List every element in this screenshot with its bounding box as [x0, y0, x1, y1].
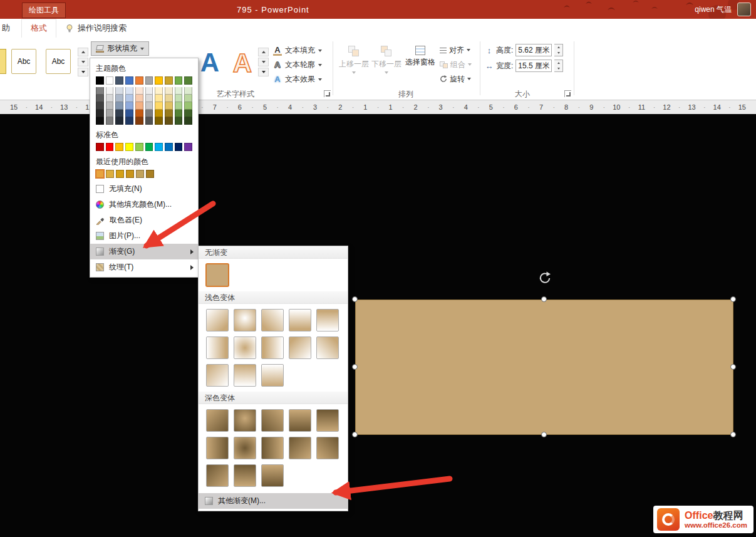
gallery-more-button[interactable]	[258, 68, 269, 76]
account-user-name[interactable]: qiwen 气温	[695, 4, 732, 15]
recent-color-swatch[interactable]	[146, 170, 154, 178]
theme-shade-swatch[interactable]	[175, 102, 183, 110]
standard-color-swatch[interactable]	[106, 143, 114, 151]
menu-item-more-gradients[interactable]: 其他渐变(M)...	[199, 493, 348, 509]
light-gradient-swatch[interactable]	[206, 309, 229, 331]
align-button[interactable]: 对齐	[440, 44, 480, 56]
height-spinner[interactable]	[554, 44, 563, 56]
theme-shade-swatch[interactable]	[135, 110, 143, 117]
theme-shade-swatch[interactable]	[96, 95, 104, 102]
shape-style-gallery-item[interactable]: Abc	[46, 49, 71, 74]
light-gradient-swatch[interactable]	[316, 309, 339, 331]
selection-pane-button[interactable]: 选择窗格	[405, 43, 436, 86]
contextual-tab-drawing-tools[interactable]: 绘图工具	[22, 3, 66, 18]
theme-shade-swatch[interactable]	[175, 95, 183, 102]
resize-handle-top-right[interactable]	[730, 296, 736, 302]
height-input[interactable]	[515, 44, 552, 56]
theme-shade-swatch[interactable]	[155, 87, 163, 95]
theme-shade-swatch[interactable]	[155, 110, 163, 117]
menu-item-gradient[interactable]: 渐变(G)	[90, 244, 198, 259]
theme-shade-swatch[interactable]	[135, 102, 143, 110]
dark-gradient-swatch[interactable]	[289, 409, 311, 432]
standard-color-swatch[interactable]	[184, 143, 192, 151]
theme-color-swatch[interactable]	[115, 76, 123, 85]
theme-shade-swatch[interactable]	[135, 117, 143, 125]
theme-color-swatch[interactable]	[165, 76, 173, 85]
theme-shade-swatch[interactable]	[96, 117, 104, 125]
dark-gradient-swatch[interactable]	[234, 464, 256, 487]
theme-shade-swatch[interactable]	[145, 87, 153, 95]
dark-gradient-swatch[interactable]	[234, 409, 256, 432]
spin-up-icon[interactable]	[554, 44, 562, 50]
theme-shade-swatch[interactable]	[115, 102, 123, 110]
theme-shade-swatch[interactable]	[184, 110, 192, 117]
theme-shade-swatch[interactable]	[96, 110, 104, 117]
theme-shade-swatch[interactable]	[155, 117, 163, 125]
theme-color-swatch[interactable]	[96, 76, 104, 85]
recent-color-swatch[interactable]	[126, 170, 134, 178]
gallery-scroll-down-button[interactable]	[258, 58, 269, 66]
standard-color-swatch[interactable]	[96, 143, 104, 151]
theme-shade-swatch[interactable]	[125, 87, 133, 95]
theme-shade-swatch[interactable]	[175, 117, 183, 125]
theme-shade-swatch[interactable]	[125, 95, 133, 102]
no-gradient-swatch[interactable]	[206, 264, 229, 286]
theme-shade-swatch[interactable]	[184, 102, 192, 110]
theme-shade-swatch[interactable]	[175, 87, 183, 95]
light-gradient-swatch[interactable]	[289, 309, 311, 331]
dark-gradient-swatch[interactable]	[206, 409, 229, 432]
theme-color-swatch[interactable]	[125, 76, 133, 85]
dark-gradient-swatch[interactable]	[261, 464, 284, 487]
standard-color-swatch[interactable]	[135, 143, 143, 151]
light-gradient-swatch[interactable]	[206, 336, 229, 359]
gallery-scroll-up-button[interactable]	[78, 48, 88, 56]
text-fill-button[interactable]: A 文本填充	[273, 44, 322, 57]
theme-shade-swatch[interactable]	[96, 87, 104, 95]
theme-shade-swatch[interactable]	[184, 95, 192, 102]
spin-down-icon[interactable]	[554, 50, 562, 56]
theme-shade-swatch[interactable]	[145, 117, 153, 125]
theme-shade-swatch[interactable]	[155, 95, 163, 102]
spin-down-icon[interactable]	[554, 66, 562, 71]
standard-color-swatch[interactable]	[115, 143, 123, 151]
recent-color-swatch[interactable]	[96, 170, 104, 178]
theme-color-swatch[interactable]	[175, 76, 183, 85]
light-gradient-swatch[interactable]	[261, 309, 284, 331]
light-gradient-swatch[interactable]	[234, 336, 256, 359]
tab-format[interactable]: 格式	[21, 19, 56, 38]
light-gradient-swatch[interactable]	[316, 336, 339, 359]
dark-gradient-swatch[interactable]	[261, 409, 284, 432]
menu-item-no-fill[interactable]: 无填充(N)	[90, 181, 198, 197]
light-gradient-swatch[interactable]	[206, 364, 229, 387]
send-backward-button[interactable]: 下移一层	[371, 43, 402, 86]
recent-color-swatch[interactable]	[136, 170, 144, 178]
theme-shade-swatch[interactable]	[96, 102, 104, 110]
spin-up-icon[interactable]	[554, 60, 562, 66]
theme-shade-swatch[interactable]	[165, 117, 173, 125]
theme-shade-swatch[interactable]	[145, 102, 153, 110]
theme-shade-swatch[interactable]	[106, 117, 114, 125]
theme-shade-swatch[interactable]	[145, 95, 153, 102]
theme-shade-swatch[interactable]	[165, 87, 173, 95]
rotate-handle-icon[interactable]	[538, 271, 552, 285]
theme-shade-swatch[interactable]	[184, 87, 192, 95]
gallery-scroll-down-button[interactable]	[78, 58, 88, 66]
dark-gradient-swatch[interactable]	[316, 409, 339, 432]
theme-color-swatch[interactable]	[184, 76, 192, 85]
theme-color-swatch[interactable]	[145, 76, 153, 85]
dark-gradient-swatch[interactable]	[206, 464, 229, 487]
light-gradient-swatch[interactable]	[234, 309, 256, 331]
gallery-more-button[interactable]	[78, 68, 88, 76]
user-avatar[interactable]	[737, 3, 751, 16]
theme-shade-swatch[interactable]	[106, 110, 114, 117]
wordart-dialog-launcher[interactable]	[324, 90, 331, 97]
resize-handle-bottom-middle[interactable]	[541, 432, 547, 437]
dark-gradient-swatch[interactable]	[234, 437, 256, 459]
theme-shade-swatch[interactable]	[125, 110, 133, 117]
text-outline-button[interactable]: A 文本轮廓	[273, 58, 322, 71]
resize-handle-top-left[interactable]	[352, 296, 358, 302]
theme-shade-swatch[interactable]	[125, 117, 133, 125]
standard-color-swatch[interactable]	[125, 143, 133, 151]
text-effects-button[interactable]: A 文本效果	[273, 73, 322, 86]
theme-shade-swatch[interactable]	[115, 110, 123, 117]
